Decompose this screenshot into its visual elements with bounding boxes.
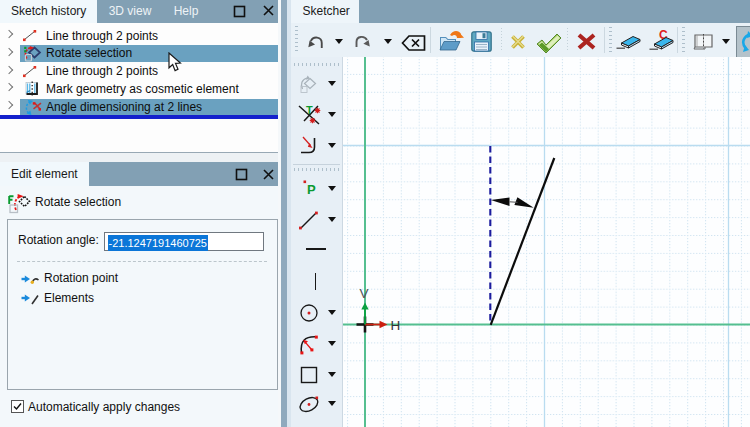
svg-text:P: P <box>307 182 316 196</box>
svg-text:T: T <box>306 104 313 116</box>
svg-text:V: V <box>360 286 369 301</box>
svg-text:H: H <box>391 318 401 333</box>
